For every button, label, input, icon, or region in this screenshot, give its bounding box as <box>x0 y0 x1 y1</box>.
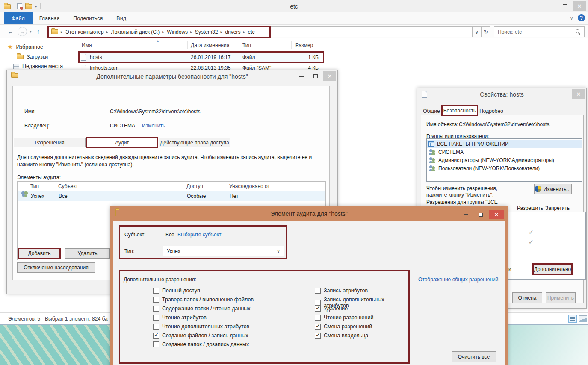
search-input[interactable]: Поиск: etc <box>494 26 585 37</box>
close-icon[interactable]: ✕ <box>573 1 586 11</box>
checkbox[interactable] <box>153 288 159 294</box>
sidebar-item-recent[interactable]: Недавние места <box>13 63 63 69</box>
cancel-button[interactable]: Отмена <box>512 292 542 303</box>
perm-create-files[interactable]: Создание файлов / запись данных <box>153 333 248 339</box>
col-type[interactable]: Тип <box>30 183 39 189</box>
tab-security[interactable]: Безопасность <box>441 105 478 116</box>
thumbnail-view-icon[interactable] <box>579 315 587 322</box>
breadcrumb-windows[interactable]: Windows <box>167 29 188 35</box>
breadcrumb-local-disk[interactable]: Локальный диск (C:) <box>111 29 160 35</box>
type-combobox[interactable]: Успех ∨ <box>163 246 284 256</box>
remove-button[interactable]: Удалить <box>65 248 110 259</box>
list-item[interactable]: СИСТЕМА <box>427 148 582 156</box>
column-separator[interactable] <box>291 41 292 49</box>
perm-list-folder[interactable]: Содержание папки / чтение данных <box>153 306 251 312</box>
address-dropdown-icon[interactable]: ∨ <box>472 26 482 37</box>
breadcrumb-system32[interactable]: System32 <box>195 29 218 35</box>
maximize-button[interactable] <box>474 210 487 219</box>
close-icon[interactable]: ✕ <box>489 210 504 219</box>
search-icon[interactable] <box>576 29 581 35</box>
column-header-name[interactable]: Имя <box>82 41 92 50</box>
col-subject[interactable]: Субъект <box>58 183 78 189</box>
recent-locations-icon[interactable]: ▾ <box>30 29 32 34</box>
perm-change-permissions[interactable]: Смена разрешений <box>315 324 372 330</box>
perm-take-ownership[interactable]: Смена владельца <box>315 333 368 339</box>
perm-read-attrs[interactable]: Чтение атрибутов <box>153 315 207 321</box>
tab-general[interactable]: Общие <box>422 106 441 116</box>
checkbox[interactable] <box>153 297 159 303</box>
folder-icon[interactable] <box>4 4 11 9</box>
advanced-button[interactable]: Дополнительно <box>532 263 573 275</box>
breadcrumb-sep-icon: ▸ <box>190 29 192 34</box>
perm-write-attrs[interactable]: Запись атрибутов <box>315 288 368 294</box>
list-item[interactable]: Пользователи (NEW-YORK\Пользователи) <box>427 164 582 172</box>
minimize-button[interactable] <box>544 1 557 11</box>
col-inherited[interactable]: Унаследовано от <box>229 183 270 189</box>
checkbox[interactable] <box>153 333 159 339</box>
tab-permissions[interactable]: Разрешения <box>14 138 86 147</box>
column-header-type[interactable]: Тип <box>242 41 251 50</box>
column-header-modified[interactable]: Дата изменения <box>191 41 229 50</box>
disable-inheritance-button[interactable]: Отключение наследования <box>17 262 95 273</box>
breadcrumb-etc[interactable]: etc <box>248 29 255 35</box>
column-header-size[interactable]: Размер <box>295 41 313 50</box>
tab-audit[interactable]: Аудит <box>86 137 158 148</box>
checkbox[interactable] <box>315 333 321 339</box>
table-row[interactable]: hosts 26.01.2019 16:17 Файл 1 КБ <box>81 52 320 62</box>
clear-all-button[interactable]: Очистить все <box>452 351 496 362</box>
back-icon[interactable]: ← <box>6 27 15 36</box>
sidebar-item-downloads[interactable]: Загрузки <box>17 54 48 60</box>
maximize-button[interactable] <box>558 1 571 11</box>
customize-toolbar-icon[interactable]: ▾ <box>35 4 37 9</box>
col-access[interactable]: Доступ <box>186 183 203 189</box>
checkbox[interactable] <box>315 288 321 294</box>
audit-entry-row[interactable]: Успех Все Особые Нет <box>18 191 325 201</box>
breadcrumb[interactable]: ▸ Этот компьютер ▸ Локальный диск (C:) ▸… <box>48 26 472 37</box>
help-icon[interactable]: ? <box>578 14 585 21</box>
tab-details[interactable]: Подробно <box>479 106 504 116</box>
perm-create-folders[interactable]: Создание папок / дозапись данных <box>153 341 249 347</box>
properties-icon[interactable] <box>17 3 22 9</box>
up-icon[interactable]: ↑ <box>37 28 40 35</box>
close-icon[interactable]: ✕ <box>323 71 336 81</box>
minimize-button[interactable] <box>295 71 308 81</box>
column-separator[interactable] <box>239 41 239 49</box>
list-item[interactable]: Администраторы (NEW-YORK\Администраторы) <box>427 156 582 164</box>
checkbox[interactable] <box>153 324 159 330</box>
refresh-icon[interactable]: ↻ <box>481 26 490 37</box>
perm-read-permissions[interactable]: Чтение разрешений <box>315 315 373 321</box>
breadcrumb-this-pc[interactable]: Этот компьютер <box>65 29 104 35</box>
apply-button[interactable]: Применить <box>546 292 576 303</box>
minimize-button[interactable] <box>460 210 473 219</box>
change-owner-link[interactable]: Изменить <box>142 123 165 129</box>
checkbox[interactable] <box>153 306 159 312</box>
breadcrumb-drivers[interactable]: drivers <box>225 29 241 35</box>
sidebar-item-favorites[interactable]: ★ Избранное <box>7 44 43 50</box>
change-permissions-button[interactable]: Изменить... <box>534 184 572 194</box>
ribbon-collapse-icon[interactable]: ∨ <box>570 15 573 21</box>
checkbox[interactable] <box>153 315 159 321</box>
column-separator[interactable] <box>187 41 188 49</box>
tab-home[interactable]: Главная <box>33 12 67 24</box>
tab-file[interactable]: Файл <box>4 12 33 24</box>
maximize-button[interactable] <box>309 71 322 81</box>
select-subject-link[interactable]: Выберите субъект <box>177 232 221 238</box>
tab-share[interactable]: Поделиться <box>66 12 109 24</box>
checkbox[interactable] <box>315 315 321 321</box>
perm-full-control[interactable]: Полный доступ <box>153 288 200 294</box>
checkbox[interactable] <box>315 324 321 330</box>
list-item[interactable]: ВСЕ ПАКЕТЫ ПРИЛОЖЕНИЙ <box>427 140 582 148</box>
add-button[interactable]: Добавить <box>18 248 61 259</box>
perm-delete[interactable]: Удаление <box>315 306 348 312</box>
close-icon[interactable]: ✕ <box>572 89 585 99</box>
checkbox[interactable] <box>315 306 321 312</box>
details-view-icon[interactable] <box>568 315 577 323</box>
tab-view[interactable]: Вид <box>109 12 133 24</box>
forward-icon[interactable]: → <box>18 27 27 36</box>
new-folder-icon[interactable] <box>25 4 32 9</box>
perm-traverse[interactable]: Траверс папок / выполнение файлов <box>153 297 254 303</box>
show-basic-permissions-link[interactable]: Отображение общих разрешений <box>418 277 498 283</box>
checkbox[interactable] <box>153 341 159 347</box>
tab-effective-access[interactable]: Действующие права доступа <box>159 138 230 147</box>
perm-read-ext-attrs[interactable]: Чтение дополнительных атрибутов <box>153 324 249 330</box>
